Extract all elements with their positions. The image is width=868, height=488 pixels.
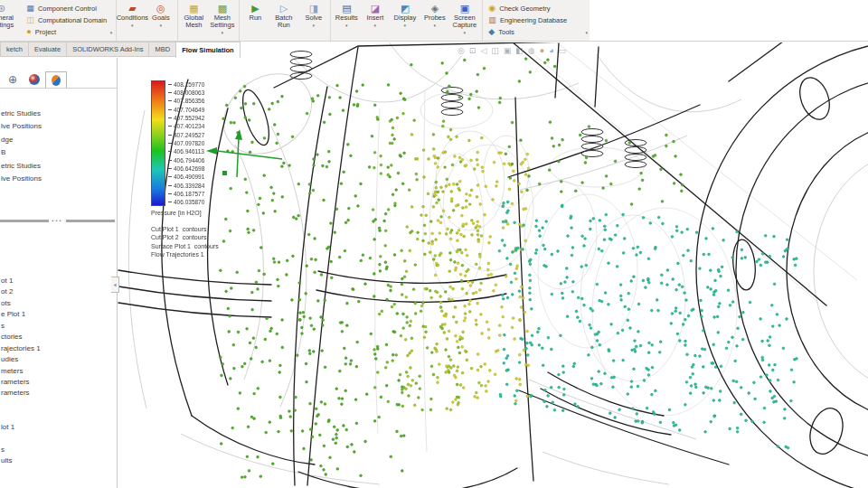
button-label: General Settings — [0, 14, 24, 29]
heads-up-view-toolbar: ◎ ⊡ ◁ ◫ ▣ ◧ ◍ ● ◕ ▭ — [457, 43, 567, 57]
tree-item[interactable]: etric Studies — [0, 160, 118, 173]
tools-button[interactable]: ◆ Tools ▾ — [488, 26, 588, 37]
conditions-button[interactable]: ▰ Conditions ▾ — [116, 0, 146, 41]
tree-item[interactable]: rameters — [0, 377, 118, 388]
legend-scale-row: 406.339284 — [168, 182, 204, 189]
tab-mbd[interactable]: MBD — [148, 42, 175, 57]
plot-caption: Cut Plot 2 contours — [151, 233, 219, 241]
computational-domain-button[interactable]: ◫ Computational Domain ▾ — [26, 14, 112, 25]
tree-item[interactable]: B — [0, 146, 118, 159]
button-label: Computational Domain — [38, 16, 107, 24]
tree-item[interactable]: lve Positions — [0, 173, 118, 185]
tree-item[interactable]: ctories — [0, 332, 118, 343]
legend-tick — [168, 117, 172, 118]
screen-capture-button[interactable]: ▣ Screen Capture ▾ — [449, 0, 479, 41]
zoom-fit-icon[interactable]: ◎ — [457, 43, 466, 57]
tree-item[interactable]: ot 2 — [0, 286, 118, 297]
tab-sketch[interactable]: ketch — [0, 42, 28, 57]
tree-item[interactable]: e Plot 1 — [0, 309, 118, 320]
dropdown-arrow-icon: ▾ — [313, 23, 316, 28]
tree-item[interactable]: meters — [0, 366, 118, 377]
section-view-icon[interactable]: ◫ — [490, 43, 500, 57]
edit-appearance-icon[interactable]: ● — [539, 43, 545, 57]
legend-value: 406.946113 — [174, 148, 204, 155]
run-button[interactable]: ▶ Run ▾ — [239, 0, 269, 41]
panel-splitter[interactable]: ••• — [0, 218, 115, 223]
legend-title: Pressure [in H2O] — [151, 210, 202, 216]
mesh-settings-button[interactable]: ▩ Mesh Settings ▾ — [207, 0, 237, 41]
displaymanager-tab[interactable] — [24, 71, 45, 89]
tree-item[interactable] — [0, 433, 118, 444]
view-orientation-icon[interactable]: ▣ — [503, 43, 513, 57]
display-style-icon[interactable]: ◧ — [514, 43, 524, 57]
global-mesh-button[interactable]: ▦ Global Mesh ▾ — [177, 0, 207, 41]
tab-label: Flow Simulation — [182, 46, 234, 54]
tree-item[interactable]: udies — [0, 354, 118, 365]
tree-item[interactable] — [0, 410, 118, 421]
panel-collapse-handle[interactable]: ◂ — [111, 277, 119, 293]
legend-scale-row: 406.490991 — [168, 174, 204, 181]
flow-simulation-analysis-tab[interactable] — [45, 71, 67, 89]
legend-value: 408.008063 — [174, 89, 204, 96]
tree-item[interactable]: ot 1 — [0, 276, 118, 286]
tree-item[interactable]: s — [0, 321, 118, 332]
legend-scale-row: 407.249527 — [168, 131, 204, 138]
component-control-button[interactable]: ▦ Component Control ▾ — [26, 3, 112, 14]
hide-show-items-icon[interactable]: ◍ — [527, 43, 536, 57]
tree-item[interactable]: ults — [0, 455, 118, 466]
viewport[interactable] — [118, 42, 868, 488]
tab-flow-simulation[interactable]: Flow Simulation — [175, 42, 241, 58]
tree-item[interactable]: ots — [0, 298, 118, 309]
engineering-database-button[interactable]: ▥ Engineering Database ▾ — [488, 14, 588, 25]
engineering-database-icon: ▥ — [488, 16, 496, 24]
results-button[interactable]: ▤ Results ▾ — [330, 0, 360, 41]
legend-scale-row: 407.704649 — [168, 106, 204, 113]
dropdown-arrow-icon: ▾ — [110, 30, 113, 35]
legend-color-bar[interactable] — [151, 80, 165, 206]
legend-tick — [168, 143, 172, 144]
tree-item[interactable]: rajectories 1 — [0, 343, 118, 354]
tree-item[interactable]: rameters — [0, 388, 118, 399]
batch-run-button[interactable]: ▷ Batch Run ▾ — [269, 0, 298, 41]
tree-item[interactable]: dge — [0, 134, 118, 146]
panel-tab-underline — [0, 88, 118, 89]
flow-simulation-ribbon: ⊛ General Settings ▦ Component Control ▾… — [0, 0, 868, 42]
button-label: Tools — [498, 28, 514, 36]
project-button[interactable]: ● Project ▾ — [26, 26, 112, 37]
check-geometry-button[interactable]: ◉ Check Geometry ▾ — [488, 3, 588, 14]
tree-item[interactable]: lot 1 — [0, 422, 118, 433]
button-label: Check Geometry — [499, 5, 550, 13]
dropdown-arrow-icon: ▾ — [464, 30, 467, 35]
legend-value: 406.035870 — [174, 199, 204, 205]
display-manager-tab-icon — [29, 74, 40, 85]
solve-button[interactable]: ◨ Solve ▾ — [298, 0, 328, 41]
display-button[interactable]: ◩ Display ▾ — [390, 0, 420, 41]
legend-tick — [168, 126, 172, 127]
previous-view-icon[interactable]: ◁ — [479, 43, 487, 57]
tree-item[interactable]: s — [0, 445, 118, 455]
tree-item[interactable]: etric Studies — [0, 108, 118, 120]
tree-item[interactable] — [0, 399, 118, 410]
dropdown-arrow-icon: ▾ — [404, 23, 407, 28]
tab-evaluate[interactable]: Evaluate — [28, 42, 66, 57]
general-settings-button[interactable]: ⊛ General Settings — [0, 0, 24, 41]
view-settings-icon[interactable]: ▭ — [558, 43, 568, 57]
project-icon: ● — [26, 28, 31, 36]
apply-scene-icon[interactable]: ◕ — [548, 43, 554, 57]
featuremanager-tab[interactable]: ⊕ — [2, 71, 24, 89]
plot-captions: Cut Plot 1 contours Cut Plot 2 contours … — [151, 225, 219, 258]
goals-button[interactable]: ◎ Goals ▾ — [146, 0, 175, 41]
dropdown-arrow-icon: ▾ — [345, 23, 348, 28]
plot-caption: Flow Trajectories 1 — [151, 250, 219, 258]
insert-button[interactable]: ◪ Insert ▾ — [360, 0, 390, 41]
button-label: Conditions — [117, 14, 148, 22]
zoom-area-icon[interactable]: ⊡ — [468, 43, 477, 57]
tree-item[interactable]: lve Positions — [0, 120, 118, 133]
tab-solidworks-add-ins[interactable]: SOLIDWORKS Add-Ins — [66, 42, 148, 57]
probes-button[interactable]: ◈ Probes ▾ — [420, 0, 449, 41]
analysis-tree-upper: etric Studies lve Positions dge B etric … — [0, 108, 118, 185]
legend-scale-row: 407.856356 — [168, 98, 204, 105]
project-stack-group: ▦ Component Control ▾ ◫ Computational Do… — [24, 0, 114, 41]
dropdown-arrow-icon: ▾ — [222, 30, 224, 35]
command-tab-bar: ketch Evaluate SOLIDWORKS Add-Ins MBD Fl… — [0, 42, 241, 58]
